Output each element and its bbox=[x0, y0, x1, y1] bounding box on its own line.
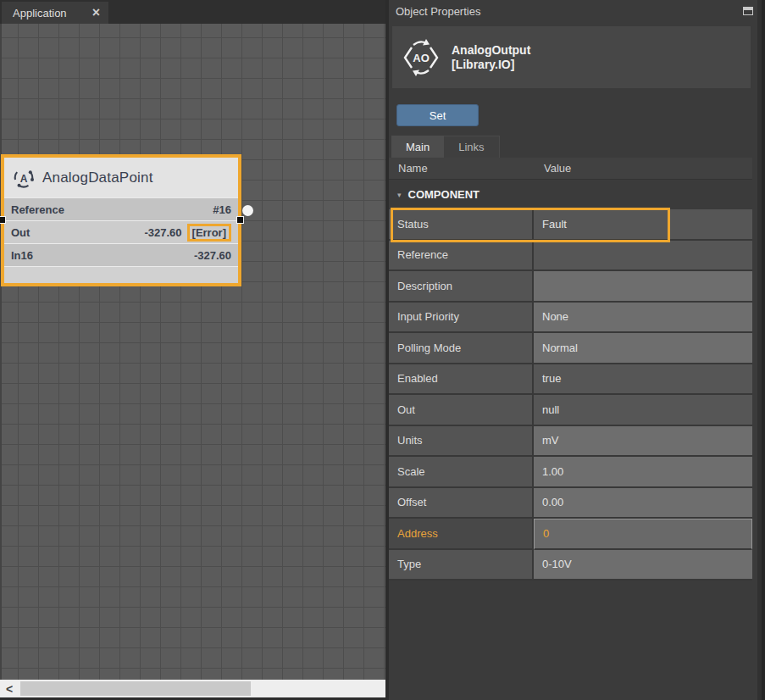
close-icon[interactable]: × bbox=[92, 6, 100, 19]
resize-handle-right[interactable] bbox=[236, 216, 244, 224]
object-type: AnalogOutput bbox=[452, 43, 530, 57]
svg-text:AO: AO bbox=[413, 52, 430, 64]
horizontal-scrollbar[interactable]: < bbox=[0, 680, 385, 697]
tab-label: Application bbox=[13, 7, 92, 19]
property-value-cell[interactable] bbox=[534, 241, 752, 272]
table-row[interactable]: Address 0 bbox=[389, 519, 752, 550]
group-label: COMPONENT bbox=[408, 188, 480, 201]
table-row[interactable]: Description bbox=[389, 271, 752, 303]
object-properties-panel: Object Properties AO AnalogOutput [Libra… bbox=[389, 0, 765, 700]
property-name-cell: Enabled bbox=[389, 364, 534, 396]
analog-datapoint-node[interactable]: A AnalogDataPoint Reference #16 Out -327… bbox=[1, 154, 241, 286]
node-property-value: #16 bbox=[213, 203, 231, 216]
scrollbar-thumb[interactable] bbox=[20, 681, 251, 696]
property-value-cell[interactable]: 1.00 bbox=[534, 457, 752, 488]
error-badge: [Error] bbox=[187, 224, 231, 242]
property-value-cell[interactable]: true bbox=[534, 364, 752, 396]
component-group-header[interactable]: ▾ COMPONENT bbox=[389, 179, 752, 209]
dock-window-icon[interactable] bbox=[743, 7, 753, 15]
resize-handle-left[interactable] bbox=[0, 216, 6, 224]
node-property-row[interactable]: Reference #16 bbox=[4, 197, 238, 220]
node-title: AnalogDataPoint bbox=[42, 169, 153, 186]
table-row[interactable]: Status Fault bbox=[389, 209, 752, 241]
property-name-cell: Type bbox=[389, 550, 534, 581]
property-name-cell: Polling Mode bbox=[389, 333, 534, 364]
property-value-cell[interactable]: null bbox=[534, 395, 752, 426]
property-value-cell[interactable]: Normal bbox=[534, 333, 752, 364]
property-name-cell: Input Priority bbox=[389, 303, 534, 334]
table-row[interactable]: Offset 0.00 bbox=[389, 488, 752, 519]
node-property-name: Out bbox=[11, 226, 144, 239]
property-name-cell: Reference bbox=[389, 241, 534, 272]
node-property-value: -327.60 bbox=[144, 226, 181, 239]
tab-links[interactable]: Links bbox=[444, 136, 499, 158]
property-value-cell[interactable]: 0 bbox=[534, 519, 752, 550]
property-value-cell[interactable] bbox=[534, 271, 752, 303]
property-value-cell[interactable]: mV bbox=[534, 426, 752, 458]
table-row[interactable]: Type 0-10V bbox=[389, 550, 752, 581]
node-rows: Reference #16 Out -327.60 [Error] In16 -… bbox=[4, 197, 238, 266]
scroll-left-button[interactable]: < bbox=[0, 680, 19, 697]
chevron-down-icon: ▾ bbox=[397, 191, 402, 199]
property-name-cell: Status bbox=[389, 209, 534, 241]
table-row[interactable]: Out null bbox=[389, 395, 752, 426]
node-footer bbox=[4, 266, 238, 283]
tab-main[interactable]: Main bbox=[391, 136, 444, 158]
property-name-cell: Out bbox=[389, 395, 534, 426]
output-port[interactable] bbox=[242, 205, 253, 216]
property-name-cell: Units bbox=[389, 426, 534, 458]
analog-output-icon: AO bbox=[402, 36, 441, 79]
property-name-cell: Offset bbox=[389, 488, 534, 519]
property-name-cell: Scale bbox=[389, 457, 534, 488]
table-row[interactable]: Enabled true bbox=[389, 364, 752, 396]
editor-pane: Application × A AnalogDataPoint Referenc… bbox=[0, 0, 385, 700]
object-library: [Library.IO] bbox=[452, 58, 530, 71]
property-value-cell[interactable]: Fault bbox=[534, 209, 752, 241]
node-header: A AnalogDataPoint bbox=[4, 158, 238, 197]
tab-bar: Application × bbox=[0, 0, 385, 24]
node-property-name: Reference bbox=[11, 203, 213, 216]
set-button[interactable]: Set bbox=[396, 104, 479, 126]
panel-right-edge bbox=[757, 0, 765, 700]
column-header-name: Name bbox=[389, 158, 535, 179]
wiring-canvas[interactable]: A AnalogDataPoint Reference #16 Out -327… bbox=[0, 24, 385, 680]
property-value-cell[interactable]: 0.00 bbox=[534, 488, 752, 519]
table-row[interactable]: Polling Mode Normal bbox=[389, 333, 752, 364]
object-header: AO AnalogOutput [Library.IO] bbox=[392, 26, 751, 88]
table-row[interactable]: Scale 1.00 bbox=[389, 457, 752, 488]
table-row[interactable]: Units mV bbox=[389, 426, 752, 458]
table-header: Name Value bbox=[389, 158, 752, 179]
tab-application[interactable]: Application × bbox=[2, 2, 108, 24]
panel-titlebar: Object Properties bbox=[389, 0, 765, 22]
node-property-row[interactable]: Out -327.60 [Error] bbox=[4, 220, 238, 243]
table-rows: Status Fault Reference Description Input… bbox=[389, 209, 752, 581]
panel-title: Object Properties bbox=[396, 5, 480, 18]
node-property-name: In16 bbox=[11, 249, 194, 262]
column-header-value: Value bbox=[535, 158, 752, 179]
property-name-cell: Description bbox=[389, 271, 534, 303]
table-row[interactable]: Reference bbox=[389, 241, 752, 272]
property-name-cell: Address bbox=[389, 519, 534, 550]
table-row[interactable]: Input Priority None bbox=[389, 303, 752, 334]
panel-tabs: Main Links bbox=[391, 136, 500, 158]
node-property-row[interactable]: In16 -327.60 bbox=[4, 243, 238, 266]
node-property-value: -327.60 bbox=[194, 249, 231, 262]
property-value-cell[interactable]: 0-10V bbox=[534, 550, 752, 581]
properties-table: Name Value ▾ COMPONENT Status Fault Refe… bbox=[389, 158, 752, 581]
property-value-cell[interactable]: None bbox=[534, 303, 752, 334]
svg-text:A: A bbox=[20, 172, 28, 184]
analog-point-icon: A bbox=[13, 167, 35, 189]
